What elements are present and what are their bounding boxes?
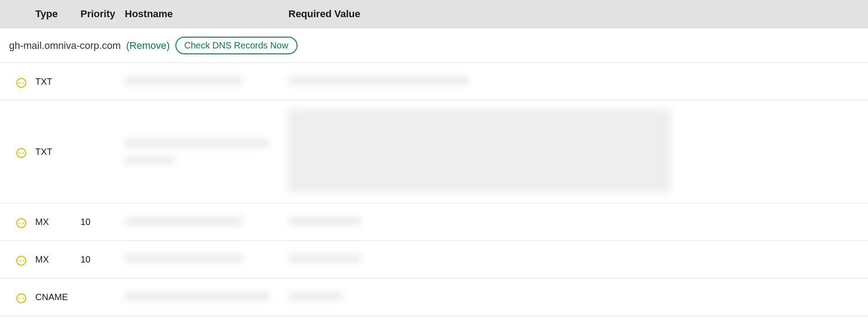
- hostname-cell: [125, 254, 288, 265]
- redacted-text: [288, 76, 469, 85]
- redacted-text: [125, 254, 242, 263]
- dns-record-row: TXT: [0, 100, 868, 203]
- hostname-cell: [125, 216, 288, 228]
- hostname-cell: [125, 76, 288, 87]
- value-cell: [288, 76, 868, 87]
- redacted-text: [125, 216, 242, 225]
- hostname-cell: [125, 292, 288, 303]
- redacted-hostname: [125, 139, 269, 148]
- type-cell: MX: [35, 254, 80, 265]
- dns-record-row: CNAME: [0, 278, 868, 316]
- pending-status-icon: [16, 256, 26, 266]
- value-cell: [288, 292, 868, 303]
- col-hostname-header: Hostname: [125, 8, 288, 20]
- remove-domain-link[interactable]: (Remove): [126, 40, 170, 52]
- redacted-text: [288, 254, 361, 263]
- redacted-text: [288, 216, 361, 225]
- redacted-text: [288, 292, 343, 301]
- table-header-row: Type Priority Hostname Required Value: [0, 0, 868, 29]
- status-cell: [0, 253, 35, 266]
- type-cell: CNAME: [35, 292, 80, 302]
- pending-status-icon: [16, 293, 26, 303]
- col-type-header: Type: [35, 8, 80, 20]
- pending-status-icon: [16, 78, 26, 88]
- status-cell: [0, 75, 35, 88]
- dns-record-row: MX10: [0, 241, 868, 278]
- redacted-text: [125, 292, 269, 301]
- status-cell: [0, 215, 35, 228]
- dns-records-table: Type Priority Hostname Required Value gh…: [0, 0, 868, 316]
- hostname-cell: [125, 136, 288, 167]
- type-cell: TXT: [35, 147, 80, 157]
- dns-record-row: MX10: [0, 203, 868, 241]
- status-cell: [0, 291, 35, 303]
- check-dns-button[interactable]: Check DNS Records Now: [175, 37, 297, 54]
- value-cell: [288, 216, 868, 228]
- value-cell: [288, 254, 868, 265]
- status-cell: [0, 145, 35, 158]
- records-list: TXTTXTMX10MX10CNAME: [0, 63, 868, 316]
- domain-name: gh-mail.omniva-corp.com: [9, 40, 121, 52]
- col-priority-header: Priority: [80, 8, 125, 20]
- pending-status-icon: [16, 218, 26, 228]
- dns-record-row: TXT: [0, 63, 868, 100]
- domain-row: gh-mail.omniva-corp.com (Remove) Check D…: [0, 29, 868, 63]
- value-cell: [288, 106, 868, 197]
- type-cell: MX: [35, 217, 80, 227]
- priority-cell: 10: [80, 217, 125, 227]
- priority-cell: 10: [80, 254, 125, 265]
- pending-status-icon: [16, 148, 26, 158]
- redacted-hostname: [125, 156, 175, 165]
- redacted-value: [288, 109, 670, 192]
- type-cell: TXT: [35, 76, 80, 87]
- col-value-header: Required Value: [288, 8, 868, 20]
- redacted-text: [125, 76, 242, 85]
